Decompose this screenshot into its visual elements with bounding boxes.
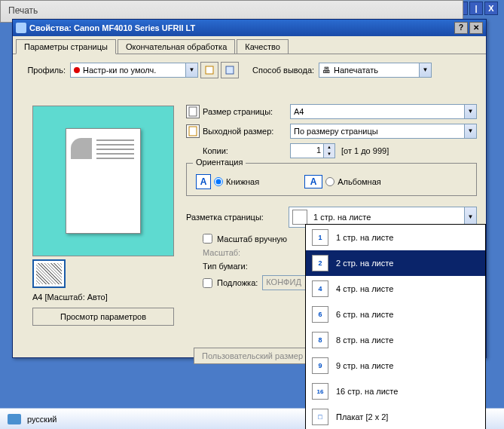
layout-icon: 8 [312,332,328,348]
landscape-radio[interactable] [325,177,334,186]
list-item[interactable]: 11 стр. на листе [306,225,485,250]
portrait-radio[interactable] [214,177,223,186]
list-item[interactable]: 99 стр. на листе [306,353,485,378]
layout-icon: 9 [312,357,328,374]
orientation-fieldset: Ориентация A Книжная A Альбомная [186,163,477,196]
svg-rect-3 [189,127,197,136]
profile-edit-button[interactable] [200,62,218,78]
list-item[interactable]: 22 стр. на листе [306,250,485,276]
preview-graphic-icon [71,138,92,159]
watermark-label: Подложка: [217,278,258,287]
language-icon [8,414,21,424]
tab-bar: Параметры страницы Окончательная обработ… [13,39,486,54]
preview-info: A4 [Масштаб: Авто] [32,291,174,303]
orientation-label: Ориентация [193,158,246,167]
layout-label: Разметка страницы: [186,213,284,222]
paper-type-label: Тип бумаги: [203,262,286,271]
svg-rect-0 [206,66,213,74]
layout-1page-icon [292,210,307,225]
tab-finishing[interactable]: Окончательная обработка [118,39,235,54]
spin-down-icon[interactable]: ▼ [323,151,334,158]
parent-title: Печать [1,1,463,20]
scale-manual-label: Масштаб вручную [217,234,287,244]
chevron-down-icon: ▼ [464,124,476,138]
edit-icon [204,65,215,75]
app-icon [16,23,26,33]
chevron-down-icon: ▼ [464,105,476,118]
page-size-icon [186,105,200,118]
preview-lines [96,139,134,162]
output-size-dropdown[interactable]: По размеру страницы ▼ [290,124,477,139]
printer-icon: 🖶 [322,66,331,75]
layout-icon: □ [312,409,328,425]
profile-value: Настр-ки по умолч. [83,66,156,75]
list-item[interactable]: □Плакат [2 x 2] [306,404,485,429]
close-outer-button[interactable]: X [484,2,498,15]
profile-save-button[interactable] [221,62,239,78]
chevron-down-icon: ▼ [419,63,431,77]
layout-icon: 6 [312,306,328,323]
profile-dot-icon [74,67,80,73]
restore-button[interactable]: | [469,2,483,15]
layout-options-list: 11 стр. на листе 22 стр. на листе 44 стр… [305,224,486,429]
svg-rect-1 [226,66,234,74]
tab-page-setup[interactable]: Параметры страницы [16,39,116,54]
scale-label: Масштаб: [203,248,286,257]
output-value: Напечатать [334,66,378,75]
list-item[interactable]: 88 стр. на листе [306,327,485,353]
page-size-label: Размер страницы: [203,107,286,116]
tab-quality[interactable]: Качество [237,39,289,54]
preview-panel: A4 [Масштаб: Авто] Просмотр параметров [32,106,174,326]
copies-label: Копии: [203,146,286,155]
preview-thumbnail[interactable] [32,259,66,288]
copies-spinner[interactable]: 1 ▲▼ [290,143,335,158]
output-size-icon [186,124,200,138]
layout-icon: 16 [312,383,328,400]
portrait-icon: A [196,174,211,189]
page-preview [66,128,141,234]
close-button[interactable]: ✕ [469,22,483,34]
portrait-label: Книжная [226,177,259,186]
copies-value: 1 [316,146,321,155]
profile-label: Профиль: [20,66,66,75]
copies-hint: [от 1 до 999] [341,146,389,155]
save-icon [225,65,235,75]
page-size-value: A4 [294,107,304,116]
svg-rect-2 [189,107,197,116]
watermark-checkbox[interactable] [203,278,212,288]
landscape-label: Альбомная [338,177,381,186]
output-size-label: Выходной размер: [203,127,286,136]
layout-icon: 4 [312,280,328,297]
spin-up-icon[interactable]: ▲ [323,144,334,151]
dialog-title: Свойства: Canon MF4010 Series UFRII LT [29,23,453,32]
page-size-dropdown[interactable]: A4 ▼ [290,104,477,119]
layout-icon: 2 [312,255,328,271]
output-dropdown[interactable]: 🖶 Напечатать ▼ [319,63,432,78]
language-label: русский [27,415,57,424]
output-label: Способ вывода: [252,66,314,75]
chevron-down-icon: ▼ [185,63,197,77]
titlebar: Свойства: Canon MF4010 Series UFRII LT ?… [13,20,486,36]
layout-icon: 1 [312,229,328,246]
list-item[interactable]: 66 стр. на листе [306,302,485,327]
list-item[interactable]: 44 стр. на листе [306,276,485,302]
scale-manual-checkbox[interactable] [203,234,212,244]
profile-dropdown[interactable]: Настр-ки по умолч. ▼ [70,63,198,78]
list-item[interactable]: 1616 стр. на листе [306,378,485,404]
preview-box [32,106,174,256]
view-params-button[interactable]: Просмотр параметров [32,308,174,326]
layout-value: 1 стр. на листе [313,213,371,222]
help-title-button[interactable]: ? [454,22,468,34]
orientation-portrait[interactable]: A Книжная [196,174,259,189]
orientation-landscape[interactable]: A Альбомная [304,175,381,188]
landscape-icon: A [304,175,322,188]
output-size-value: По размеру страницы [294,127,378,136]
